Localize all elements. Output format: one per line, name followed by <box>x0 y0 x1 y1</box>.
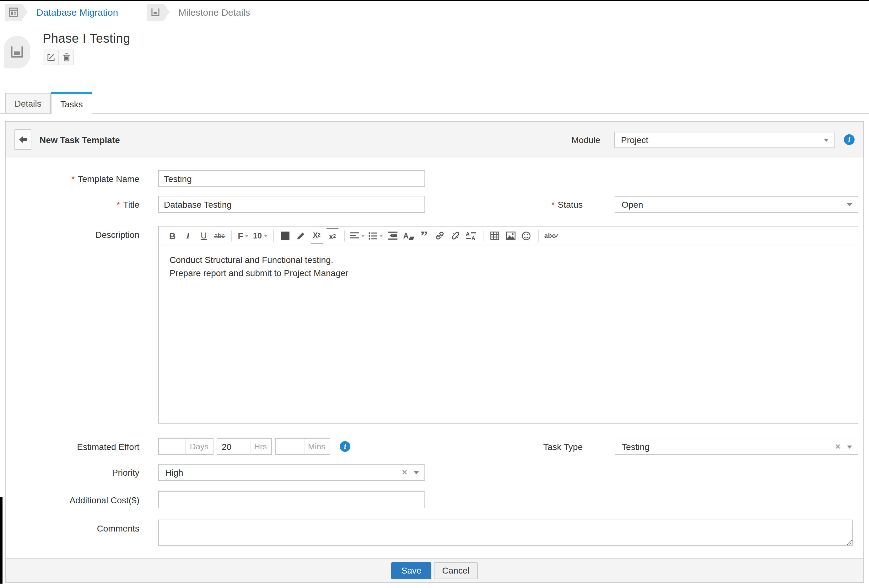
effort-mins-unit: Mins <box>304 438 330 454</box>
left-edge-bar <box>0 497 3 584</box>
app-root: Database Migration Milestone Details Pha… <box>0 0 869 588</box>
chevron-right-icon <box>22 4 28 20</box>
highlight-pen-icon[interactable] <box>295 228 307 243</box>
header-main: Phase I Testing <box>43 22 130 70</box>
info-icon[interactable]: i <box>844 134 854 145</box>
font-family-icon[interactable]: F <box>237 228 249 243</box>
module-group: Module Project i <box>571 132 854 148</box>
cancel-button[interactable]: Cancel <box>434 562 478 579</box>
effort-hrs-unit: Hrs <box>250 438 271 454</box>
toolbar-separator <box>273 230 274 241</box>
svg-text:A: A <box>466 231 470 237</box>
superscript-icon[interactable]: x2 <box>326 228 338 243</box>
priority-label: Priority <box>6 468 139 478</box>
priority-row: Priority High ✕ <box>6 464 863 481</box>
description-label: Description <box>6 226 139 240</box>
comments-label: Comments <box>6 520 139 533</box>
effort-hrs-box: Hrs <box>217 438 272 455</box>
estimated-effort-label: Estimated Effort <box>6 441 139 452</box>
edit-button[interactable] <box>43 50 58 65</box>
effort-days-box: Days <box>158 438 214 455</box>
status-label: *Status <box>439 199 583 209</box>
panel-header: New Task Template Module Project i <box>6 122 863 157</box>
line-spacing-icon[interactable]: AA <box>465 228 477 243</box>
task-template-form: *Template Name *Title *Status Open <box>6 157 863 546</box>
info-icon[interactable]: i <box>340 441 350 452</box>
clear-icon[interactable]: ✕ <box>402 468 408 477</box>
status-select[interactable]: Open <box>615 196 858 212</box>
clear-icon[interactable]: ✕ <box>835 443 841 450</box>
description-editor-content[interactable]: Conduct Structural and Functional testin… <box>159 245 858 423</box>
bold-icon[interactable]: B <box>166 228 178 243</box>
strikethrough-icon[interactable]: abc <box>214 228 225 243</box>
breadcrumb-item-milestone-details: Milestone Details <box>147 3 250 21</box>
table-icon[interactable] <box>489 228 501 243</box>
additional-cost-label: Additional Cost($) <box>6 495 139 505</box>
blockquote-icon[interactable]: ” <box>418 231 430 240</box>
effort-tasktype-row: Estimated Effort Days Hrs Mins i Task Ty… <box>6 438 863 455</box>
breadcrumb-label: Milestone Details <box>178 7 250 17</box>
title-input[interactable] <box>158 196 425 213</box>
link-icon[interactable] <box>434 228 446 243</box>
toolbar-separator <box>231 230 232 241</box>
template-name-row: *Template Name <box>6 170 863 187</box>
new-task-template-panel: New Task Template Module Project i *Temp… <box>5 121 864 583</box>
status-field: *Status Open <box>439 196 858 212</box>
tab-bar: Details Tasks <box>0 92 869 114</box>
template-name-input[interactable] <box>158 170 425 187</box>
indent-icon[interactable] <box>387 228 399 243</box>
bullet-list-icon[interactable] <box>369 228 383 243</box>
priority-value: High <box>165 468 183 478</box>
template-name-label: *Template Name <box>6 173 139 184</box>
effort-days-input[interactable] <box>159 441 185 452</box>
clear-format-icon[interactable]: A <box>402 228 414 243</box>
image-icon[interactable] <box>505 228 517 243</box>
milestone-actions <box>43 50 74 65</box>
additional-cost-input[interactable] <box>158 491 425 508</box>
font-size-icon[interactable]: 10 <box>253 228 267 243</box>
subscript-icon[interactable]: X2 <box>311 228 323 243</box>
emoji-icon[interactable] <box>521 228 532 243</box>
spellcheck-icon[interactable]: abc✓ <box>544 228 559 243</box>
panel-footer: Save Cancel <box>6 558 863 582</box>
module-value: Project <box>621 135 648 145</box>
comments-row: Comments <box>6 520 863 546</box>
chevron-down-icon <box>414 471 419 474</box>
description-row: Description B I U abc F 10 <box>6 226 863 424</box>
tab-tasks[interactable]: Tasks <box>51 92 92 114</box>
additional-cost-row: Additional Cost($) <box>6 491 863 508</box>
chevron-down-icon <box>847 445 852 448</box>
required-marker: * <box>117 200 120 209</box>
underline-icon[interactable]: U <box>198 228 210 243</box>
effort-mins-input[interactable] <box>276 441 304 452</box>
toolbar-separator <box>538 230 539 241</box>
align-icon[interactable] <box>350 228 365 243</box>
milestone-icon <box>147 3 164 21</box>
unlink-icon[interactable] <box>449 228 461 243</box>
delete-button[interactable] <box>58 50 73 65</box>
chevron-right-icon <box>164 4 169 20</box>
module-label: Module <box>571 135 600 145</box>
breadcrumb-item-database-migration[interactable]: Database Migration <box>5 3 118 21</box>
required-marker: * <box>551 200 555 209</box>
status-value: Open <box>621 199 643 209</box>
panel-title: New Task Template <box>40 135 120 145</box>
toolbar-separator <box>344 230 345 241</box>
task-type-field: Task Type Testing ✕ <box>439 438 858 455</box>
save-button[interactable]: Save <box>391 562 432 579</box>
effort-mins-box: Mins <box>275 438 330 455</box>
priority-select[interactable]: High ✕ <box>158 464 425 481</box>
tab-details[interactable]: Details <box>5 93 51 113</box>
breadcrumb-label[interactable]: Database Migration <box>36 7 118 17</box>
required-marker: * <box>71 174 75 184</box>
task-type-select[interactable]: Testing ✕ <box>615 438 858 455</box>
toolbar-separator <box>483 230 483 241</box>
effort-hrs-input[interactable] <box>217 441 250 452</box>
italic-icon[interactable]: I <box>182 228 194 243</box>
back-button[interactable] <box>15 129 31 150</box>
breadcrumb: Database Migration Milestone Details <box>0 1 869 22</box>
comments-textarea[interactable] <box>158 520 853 546</box>
font-color-icon[interactable] <box>279 228 291 243</box>
module-select[interactable]: Project <box>614 132 835 148</box>
editor-toolbar: B I U abc F 10 X2 x2 <box>159 227 858 245</box>
